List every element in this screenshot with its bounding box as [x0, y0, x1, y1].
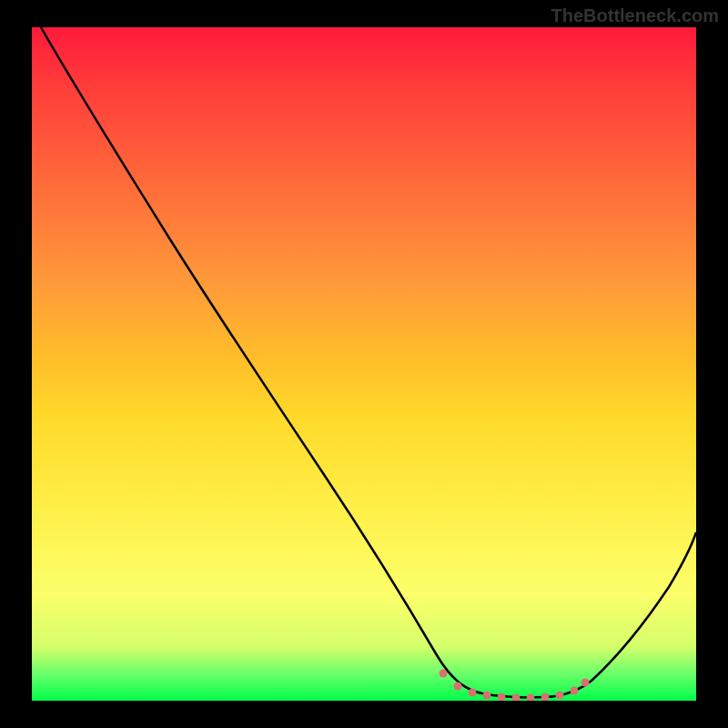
plot-area: [32, 27, 696, 701]
marker-dot: [454, 682, 462, 691]
watermark-text: TheBottleneck.com: [551, 5, 719, 26]
marker-dot: [527, 694, 535, 702]
marker-dot: [541, 693, 550, 702]
marker-dot: [581, 679, 590, 687]
curve-svg: [32, 27, 696, 701]
optimal-range-markers: [440, 670, 590, 702]
marker-dot: [483, 692, 491, 700]
marker-dot: [469, 689, 477, 697]
bottleneck-curve: [41, 27, 696, 697]
chart-container: TheBottleneck.com: [0, 0, 728, 728]
marker-dot: [556, 692, 564, 700]
marker-dot: [440, 670, 448, 678]
marker-dot: [512, 694, 521, 702]
marker-dot: [571, 687, 579, 695]
marker-dot: [498, 693, 506, 702]
